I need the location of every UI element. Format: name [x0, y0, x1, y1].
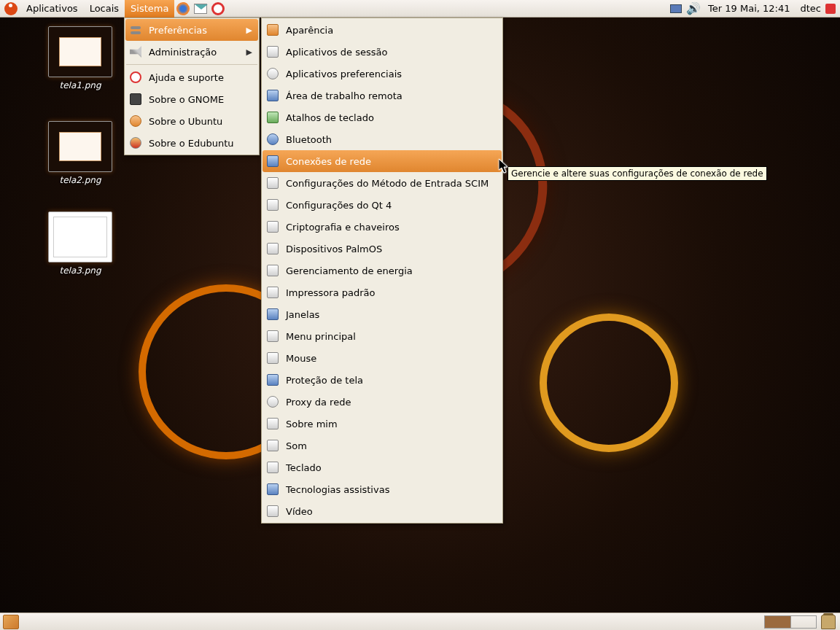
show-desktop-button[interactable] — [3, 615, 19, 629]
menu-item-label: Gerenciamento de energia — [286, 265, 496, 276]
pref-item-icon — [265, 44, 280, 59]
menu-item-sobre-edubuntu[interactable]: Sobre o Edubuntu — [125, 132, 258, 154]
menu-item-preferencias[interactable]: Preferências ▶ — [125, 19, 258, 41]
desktop-icon-tela2[interactable]: tela2.png — [44, 121, 117, 185]
pref-item-icon — [265, 66, 280, 81]
panel-user[interactable]: dtec — [796, 3, 826, 14]
launcher-firefox[interactable] — [175, 1, 191, 17]
pref-item-icon — [265, 482, 280, 497]
tools-icon — [128, 44, 143, 59]
edubuntu-logo-icon — [128, 136, 143, 150]
preferences-menu: AparênciaAplicativos de sessãoAplicativo… — [261, 18, 503, 524]
file-thumbnail-icon — [48, 211, 112, 262]
pref-item-mouse[interactable]: Mouse — [262, 347, 502, 369]
desktop-icon-tela3[interactable]: tela3.png — [44, 211, 117, 276]
pref-item-video[interactable]: Vídeo — [262, 500, 502, 522]
pref-item-icon — [265, 351, 280, 365]
pref-item-icon — [265, 460, 280, 475]
wallpaper-ring-icon — [540, 314, 678, 452]
menu-item-label: Ajuda e suporte — [149, 72, 252, 83]
pref-item-impressora-padrao[interactable]: Impressora padrão — [262, 281, 502, 303]
menu-item-label: Aparência — [286, 25, 496, 36]
pref-item-som[interactable]: Som — [262, 435, 502, 456]
pref-item-conexoes-de-rede[interactable]: Conexões de rede — [262, 150, 502, 172]
tray-network[interactable] — [669, 1, 683, 16]
menu-item-label: Conexões de rede — [286, 156, 496, 167]
menu-sistema[interactable]: Sistema — [125, 0, 174, 18]
bottom-panel — [0, 612, 840, 630]
menu-item-label: Janelas — [286, 309, 496, 320]
menu-item-label: Aplicativos preferenciais — [286, 69, 496, 79]
desktop-icon-tela1[interactable]: tela1.png — [44, 26, 117, 90]
file-thumbnail-icon — [48, 121, 112, 172]
desktop-icon-label: tela1.png — [44, 80, 117, 90]
desktop-icon-label: tela2.png — [44, 175, 117, 185]
menu-item-label: Preferências — [149, 25, 246, 36]
pref-item-configuracoes-do-qt-4[interactable]: Configurações do Qt 4 — [262, 194, 502, 216]
pref-item-icon — [265, 132, 280, 147]
pref-item-icon — [265, 263, 280, 278]
pref-item-icon — [265, 154, 280, 168]
tooltip: Gerencie e altere suas configurações de … — [508, 166, 767, 181]
pref-item-tecnologias-assistivas[interactable]: Tecnologias assistivas — [262, 478, 502, 500]
desktop-icon-label: tela3.png — [44, 265, 117, 276]
pref-item-menu-principal[interactable]: Menu principal — [262, 325, 502, 347]
menu-item-label: Proxy da rede — [286, 397, 496, 408]
pref-item-sobre-mim[interactable]: Sobre mim — [262, 413, 502, 435]
pref-item-janelas[interactable]: Janelas — [262, 303, 502, 325]
pref-item-icon — [265, 176, 280, 190]
pref-item-gerenciamento-de-energia[interactable]: Gerenciamento de energia — [262, 260, 502, 281]
ubuntu-logo-icon — [128, 114, 143, 128]
menu-item-label: Sobre o GNOME — [149, 94, 252, 105]
pref-item-icon — [265, 219, 280, 234]
menu-item-sobre-ubuntu[interactable]: Sobre o Ubuntu — [125, 110, 258, 132]
menu-item-label: Tecnologias assistivas — [286, 484, 496, 495]
pref-item-dispositivos-palmos[interactable]: Dispositivos PalmOS — [262, 238, 502, 260]
pref-item-aparencia[interactable]: Aparência — [262, 19, 502, 41]
chevron-right-icon: ▶ — [246, 47, 252, 57]
pref-item-aplicativos-de-sessao[interactable]: Aplicativos de sessão — [262, 41, 502, 63]
menu-item-label: Impressora padrão — [286, 287, 496, 298]
menu-item-label: Configurações do Qt 4 — [286, 200, 496, 211]
sliders-icon — [128, 23, 143, 37]
launcher-evolution[interactable] — [192, 1, 209, 17]
pref-item-bluetooth[interactable]: Bluetooth — [262, 128, 502, 150]
workspace-switcher[interactable] — [764, 615, 817, 629]
ubuntu-logo-icon — [4, 2, 18, 15]
lifesaver-icon — [211, 2, 225, 15]
pref-item-criptografia-e-chaveiros[interactable]: Criptografia e chaveiros — [262, 216, 502, 238]
pref-item-icon — [265, 198, 280, 212]
launcher-help[interactable] — [210, 1, 226, 17]
pref-item-teclado[interactable]: Teclado — [262, 456, 502, 478]
pref-item-icon — [265, 329, 280, 343]
pref-item-icon — [265, 307, 280, 322]
menu-locais[interactable]: Locais — [84, 0, 125, 18]
pref-item-configuracoes-do-metodo-de-entrada-scim[interactable]: Configurações do Método de Entrada SCIM — [262, 172, 502, 194]
tray-volume[interactable]: 🔊 — [686, 1, 701, 16]
workspace-1[interactable] — [765, 616, 791, 628]
menu-item-administracao[interactable]: Administração ▶ — [125, 41, 258, 63]
pref-item-icon — [265, 23, 280, 37]
panel-clock[interactable]: Ter 19 Mai, 12:41 — [702, 3, 796, 14]
volume-icon: 🔊 — [686, 1, 701, 15]
file-thumbnail-icon — [48, 26, 112, 77]
pref-item-atalhos-de-teclado[interactable]: Atalhos de teclado — [262, 106, 502, 128]
workspace-2[interactable] — [791, 616, 817, 628]
menu-item-label: Proteção de tela — [286, 375, 496, 386]
menu-item-sobre-gnome[interactable]: Sobre o GNOME — [125, 88, 258, 110]
pref-item-protecao-de-tela[interactable]: Proteção de tela — [262, 369, 502, 391]
pref-item-area-de-trabalho-remota[interactable]: Área de trabalho remota — [262, 85, 502, 106]
pref-item-icon — [265, 438, 280, 453]
trash-icon[interactable] — [821, 615, 836, 629]
mail-icon — [194, 4, 207, 14]
pref-item-aplicativos-preferenciais[interactable]: Aplicativos preferenciais — [262, 63, 502, 85]
logout-icon[interactable] — [825, 4, 836, 14]
menu-separator — [126, 64, 257, 65]
menu-item-label: Dispositivos PalmOS — [286, 244, 496, 254]
menu-aplicativos[interactable]: Aplicativos — [20, 0, 84, 18]
top-panel: Aplicativos Locais Sistema 🔊 Ter 19 Mai,… — [0, 0, 840, 18]
menu-item-label: Som — [286, 440, 496, 451]
menu-item-ajuda[interactable]: Ajuda e suporte — [125, 66, 258, 88]
pref-item-proxy-da-rede[interactable]: Proxy da rede — [262, 391, 502, 413]
menu-item-label: Sobre mim — [286, 419, 496, 429]
